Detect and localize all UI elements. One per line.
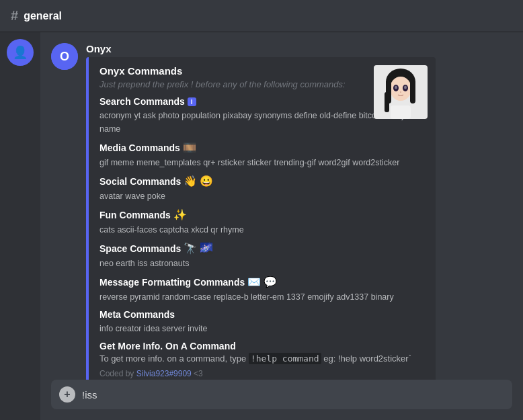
avatar-emoji: 👤 xyxy=(13,45,28,60)
message-input-box[interactable]: + xyxy=(51,380,512,409)
bot-message: O Onyx xyxy=(51,43,512,380)
message-input[interactable] xyxy=(82,389,504,401)
chat-area: O Onyx xyxy=(40,32,523,420)
formatting-emoji-speech: 💬 xyxy=(264,276,277,288)
footer-author: Silvia923#9909 xyxy=(136,369,192,378)
channel-hash-icon: # xyxy=(11,8,18,24)
media-commands-title: Media Commands 🎞️ xyxy=(99,141,425,154)
formatting-commands-list: reverse pyramid random-case replace-b le… xyxy=(99,290,425,304)
get-more-text: To get more info. on a command, type !he… xyxy=(99,353,425,364)
sidebar: 👤 xyxy=(0,32,40,420)
embed-thumbnail xyxy=(374,65,428,119)
formatting-emoji-envelope: ✉️ xyxy=(247,276,261,288)
space-commands-title: Space Commands 🔭 🌌 xyxy=(99,242,425,255)
space-emoji-telescope: 🔭 xyxy=(184,242,197,255)
info-badge: i xyxy=(188,97,196,106)
social-commands-list: avatar wave poke xyxy=(99,190,425,203)
get-more-text-after: eg: !help word2sticker` xyxy=(321,353,411,364)
fun-commands-title: Fun Commands ✨ xyxy=(99,208,425,221)
meta-commands-list: info creator idea server invite xyxy=(99,322,425,335)
svg-point-11 xyxy=(404,86,407,89)
channel-name: general xyxy=(24,10,62,22)
space-emoji-galaxy: 🌌 xyxy=(200,242,213,255)
social-emoji-wave: 👋 xyxy=(184,175,197,187)
svg-rect-7 xyxy=(385,92,389,112)
svg-point-4 xyxy=(390,77,411,101)
main-layout: 👤 O Onyx xyxy=(0,32,523,420)
media-commands-list: gif meme meme_templates qr+ rsticker sti… xyxy=(99,156,425,169)
media-emoji: 🎞️ xyxy=(183,141,196,154)
user-avatar: 👤 xyxy=(7,39,34,66)
bot-avatar: O xyxy=(51,43,78,70)
plus-icon: + xyxy=(64,389,70,400)
messages-container: O Onyx xyxy=(40,32,523,380)
get-more-highlight: !help command xyxy=(249,353,321,364)
svg-rect-13 xyxy=(391,106,411,119)
formatting-commands-title: Message Formatting Commands ✉️ 💬 xyxy=(99,276,425,288)
get-more-text-before: To get more info. on a command, type xyxy=(99,353,249,364)
footer-text: Coded by Silvia923#9909 <3 xyxy=(99,369,425,378)
get-more-title: Get More Info. On A Command xyxy=(99,341,425,351)
space-commands-list: neo earth iss astronauts xyxy=(99,257,425,270)
bot-message-content: Onyx xyxy=(86,43,512,380)
svg-point-10 xyxy=(395,86,397,89)
add-file-button[interactable]: + xyxy=(59,386,75,403)
social-commands-title: Social Commands 👋 😀 xyxy=(99,175,425,187)
channel-header: # general xyxy=(0,0,523,32)
social-emoji-smile: 😀 xyxy=(200,175,213,187)
fun-emoji: ✨ xyxy=(173,208,187,221)
svg-point-12 xyxy=(400,91,401,93)
input-area: + xyxy=(40,380,523,420)
meta-commands-title: Meta Commands xyxy=(99,309,425,320)
commands-embed: Onyx Commands Just prepend the prefix ! … xyxy=(86,57,436,380)
fun-commands-list: cats ascii-faces captcha xkcd qr rhyme xyxy=(99,223,425,237)
svg-text:O: O xyxy=(60,50,69,63)
bot-name: Onyx xyxy=(86,43,512,54)
svg-rect-6 xyxy=(410,80,415,103)
